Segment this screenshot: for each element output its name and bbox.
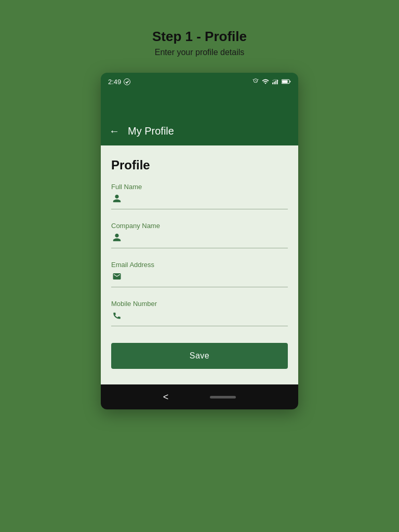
toolbar: ← My Profile [101, 116, 298, 145]
battery-icon [282, 78, 291, 85]
save-button[interactable]: Save [111, 343, 288, 369]
svg-rect-7 [282, 80, 288, 83]
status-time: 2:49 [108, 78, 130, 86]
page-subtitle: Enter your profile details [152, 48, 247, 57]
full-name-input[interactable] [127, 195, 288, 204]
bottom-nav-bar: < [101, 384, 298, 409]
mobile-number-field: Mobile Number [111, 300, 288, 326]
wifi-icon [262, 78, 269, 85]
svg-rect-3 [275, 81, 276, 84]
email-address-input-row [111, 272, 288, 287]
nav-home-pill[interactable] [210, 396, 236, 398]
svg-rect-1 [272, 83, 273, 85]
phone-icon [111, 311, 123, 323]
mobile-number-input[interactable] [127, 312, 288, 321]
company-name-label: Company Name [111, 222, 288, 230]
person-icon [111, 194, 123, 206]
company-name-input-row [111, 233, 288, 248]
email-address-input[interactable] [127, 273, 288, 282]
page-header: Step 1 - Profile Enter your profile deta… [152, 29, 247, 57]
nav-back-button[interactable]: < [163, 392, 169, 403]
full-name-field: Full Name [111, 183, 288, 209]
full-name-label: Full Name [111, 183, 288, 191]
svg-rect-6 [290, 81, 291, 83]
form-section-title: Profile [111, 158, 288, 172]
status-bar: 2:49 [101, 73, 298, 90]
svg-rect-4 [277, 80, 278, 85]
company-name-input[interactable] [127, 234, 288, 243]
email-address-label: Email Address [111, 261, 288, 269]
alarm-icon [252, 78, 259, 85]
company-name-field: Company Name [111, 222, 288, 248]
phone-mockup: 2:49 [101, 73, 298, 409]
email-address-field: Email Address [111, 261, 288, 287]
back-button[interactable]: ← [109, 125, 119, 137]
mobile-number-label: Mobile Number [111, 300, 288, 308]
company-person-icon [111, 233, 123, 245]
app-bar-spacer [101, 90, 298, 116]
toolbar-title: My Profile [128, 125, 174, 137]
status-app-icon [124, 78, 130, 85]
email-icon [111, 272, 123, 284]
form-area: Profile Full Name Company Name [101, 145, 298, 384]
page-title: Step 1 - Profile [152, 29, 247, 45]
svg-point-0 [124, 78, 130, 85]
status-icons [252, 78, 291, 85]
svg-rect-2 [274, 82, 275, 84]
signal-icon [272, 78, 279, 85]
mobile-number-input-row [111, 311, 288, 326]
full-name-input-row [111, 194, 288, 209]
